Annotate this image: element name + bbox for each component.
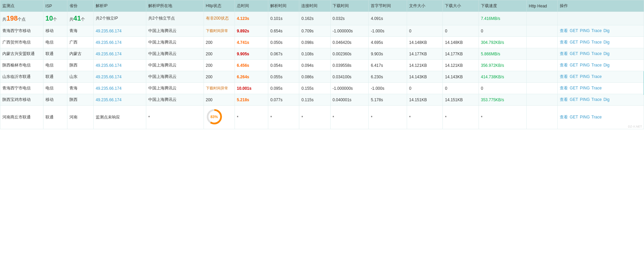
action-trace-6[interactable]: Trace bbox=[591, 97, 602, 102]
summary-province-label: 共 bbox=[69, 17, 73, 22]
cell-http-status-1: 200 bbox=[204, 37, 235, 48]
action-get-3[interactable]: GET bbox=[570, 63, 578, 67]
cell-http-head-2 bbox=[526, 48, 557, 60]
action-get-7[interactable]: GET bbox=[570, 115, 578, 119]
cell-action-2: 查看 GET PING Trace Dig bbox=[558, 48, 644, 60]
summary-node: 共2个独立节点 bbox=[146, 12, 204, 25]
action-ping-6[interactable]: PING bbox=[580, 97, 590, 102]
cell-http-head-5 bbox=[526, 83, 557, 94]
summary-total-time: 4.123s bbox=[235, 12, 268, 25]
summary-province: 共41个 bbox=[67, 12, 93, 25]
action-trace-7[interactable]: Trace bbox=[591, 115, 602, 119]
col-parse-time: 解析时间 bbox=[268, 0, 299, 12]
cell-download-time-2: 0.002360s bbox=[330, 48, 369, 60]
summary-parse-time: 0.101s bbox=[268, 12, 299, 25]
action-view-3[interactable]: 查看 bbox=[560, 63, 568, 67]
action-trace-3[interactable]: Trace bbox=[591, 63, 602, 67]
cell-download-size-7: * bbox=[443, 106, 479, 129]
action-dig-6[interactable]: Dig bbox=[604, 97, 610, 102]
col-first-byte-time: 首字节时间 bbox=[369, 0, 407, 12]
action-view-0[interactable]: 查看 bbox=[560, 28, 568, 33]
action-get-6[interactable]: GET bbox=[570, 97, 578, 102]
cell-ip-5: 49.235.66.174 bbox=[93, 83, 146, 94]
table-row: 青海西宁市电信 电信 青海 49.235.66.174 中国上海腾讯云 下载时间… bbox=[0, 83, 644, 94]
cell-parse-time-7: * bbox=[268, 106, 299, 129]
cell-ip-location-4: 中国上海腾讯云 bbox=[146, 71, 204, 83]
table-row: 内蒙古兴安盟联通 联通 内蒙古 49.235.66.174 中国上海腾讯云 20… bbox=[0, 48, 644, 60]
cell-parse-time-5: 0.095s bbox=[268, 83, 299, 94]
cell-province-5: 青海 bbox=[67, 83, 93, 94]
cell-ip-3: 49.235.66.174 bbox=[93, 60, 146, 71]
cell-action-5: 查看 GET PING Trace bbox=[558, 83, 644, 94]
summary-isp-count: 10 bbox=[45, 15, 53, 22]
action-trace-4[interactable]: Trace bbox=[591, 74, 602, 79]
action-view-6[interactable]: 查看 bbox=[560, 97, 568, 102]
col-total-time: 总时间 bbox=[235, 0, 268, 12]
action-get-2[interactable]: GET bbox=[570, 51, 578, 56]
action-view-5[interactable]: 查看 bbox=[560, 86, 568, 90]
action-view-2[interactable]: 查看 bbox=[560, 51, 568, 56]
cell-ip-7: 监测点未响应 bbox=[93, 106, 146, 129]
col-http-head: Http Head bbox=[526, 0, 557, 12]
action-dig-3[interactable]: Dig bbox=[604, 63, 610, 67]
cell-download-size-2: 14.177KB bbox=[443, 48, 479, 60]
ip-link-5[interactable]: 49.235.66.174 bbox=[96, 86, 122, 91]
col-connect-time: 连接时间 bbox=[299, 0, 330, 12]
cell-download-time-1: 0.046420s bbox=[330, 37, 369, 48]
cell-first-byte-time-3: 6.417s bbox=[369, 60, 407, 71]
col-http-status: Http状态 bbox=[204, 0, 235, 12]
action-view-4[interactable]: 查看 bbox=[560, 74, 568, 79]
action-view-7[interactable]: 查看 bbox=[560, 115, 568, 119]
ip-link-6[interactable]: 49.235.66.174 bbox=[96, 98, 122, 102]
cell-province-6: 陕西 bbox=[67, 94, 93, 106]
cell-parse-time-3: 0.054s bbox=[268, 60, 299, 71]
cell-download-speed-7: * bbox=[479, 106, 526, 129]
cell-download-size-0: 0 bbox=[443, 25, 479, 37]
cell-total-time-2: 9.905s bbox=[235, 48, 268, 60]
cell-isp-6: 移动 bbox=[43, 94, 67, 106]
action-get-4[interactable]: GET bbox=[570, 74, 578, 79]
summary-first-byte-time: 4.091s bbox=[369, 12, 407, 25]
summary-isp-unit: 个 bbox=[53, 17, 57, 22]
watermark: DZ-X.NET bbox=[628, 125, 642, 128]
action-ping-2[interactable]: PING bbox=[580, 51, 590, 56]
ip-link-2[interactable]: 49.235.66.174 bbox=[96, 52, 122, 56]
action-get-0[interactable]: GET bbox=[570, 28, 578, 33]
cell-http-status-4: 200 bbox=[204, 71, 235, 83]
col-monitor: 监测点 bbox=[0, 0, 43, 12]
action-ping-1[interactable]: PING bbox=[580, 40, 590, 45]
summary-download-speed: 7.416MB/s bbox=[479, 12, 526, 25]
ip-link-4[interactable]: 49.235.66.174 bbox=[96, 75, 122, 79]
cell-total-time-0: 9.892s bbox=[235, 25, 268, 37]
table-row: 陕西榆林市电信 电信 陕西 49.235.66.174 中国上海腾讯云 200 … bbox=[0, 60, 644, 71]
cell-download-time-3: 0.039558s bbox=[330, 60, 369, 71]
action-ping-3[interactable]: PING bbox=[580, 63, 590, 67]
cell-parse-time-4: 0.055s bbox=[268, 71, 299, 83]
action-trace-1[interactable]: Trace bbox=[591, 40, 602, 45]
col-download-size: 下载大小 bbox=[443, 0, 479, 12]
ip-link-1[interactable]: 49.235.66.174 bbox=[96, 40, 122, 45]
cell-download-size-1: 14.148KB bbox=[443, 37, 479, 48]
ip-link-3[interactable]: 49.235.66.174 bbox=[96, 63, 122, 68]
col-action: 操作 bbox=[558, 0, 644, 12]
cell-connect-time-6: 0.115s bbox=[299, 94, 330, 106]
action-trace-0[interactable]: Trace bbox=[591, 28, 602, 33]
cell-province-2: 内蒙古 bbox=[67, 48, 93, 60]
action-dig-0[interactable]: Dig bbox=[604, 28, 610, 33]
action-get-5[interactable]: GET bbox=[570, 86, 578, 90]
action-view-1[interactable]: 查看 bbox=[560, 40, 568, 45]
action-get-1[interactable]: GET bbox=[570, 40, 578, 45]
summary-download-size bbox=[443, 12, 479, 25]
action-dig-2[interactable]: Dig bbox=[604, 51, 610, 56]
circle-label: 83% bbox=[210, 115, 218, 119]
action-trace-2[interactable]: Trace bbox=[591, 51, 602, 56]
action-dig-1[interactable]: Dig bbox=[604, 40, 610, 45]
action-ping-0[interactable]: PING bbox=[580, 28, 590, 33]
action-ping-5[interactable]: PING bbox=[580, 86, 590, 90]
action-ping-7[interactable]: PING bbox=[580, 115, 590, 119]
action-ping-4[interactable]: PING bbox=[580, 74, 590, 79]
cell-connect-time-2: 0.108s bbox=[299, 48, 330, 60]
action-trace-5[interactable]: Trace bbox=[591, 86, 602, 90]
ip-link-0[interactable]: 49.235.66.174 bbox=[96, 29, 122, 33]
cell-parse-time-1: 0.050s bbox=[268, 37, 299, 48]
